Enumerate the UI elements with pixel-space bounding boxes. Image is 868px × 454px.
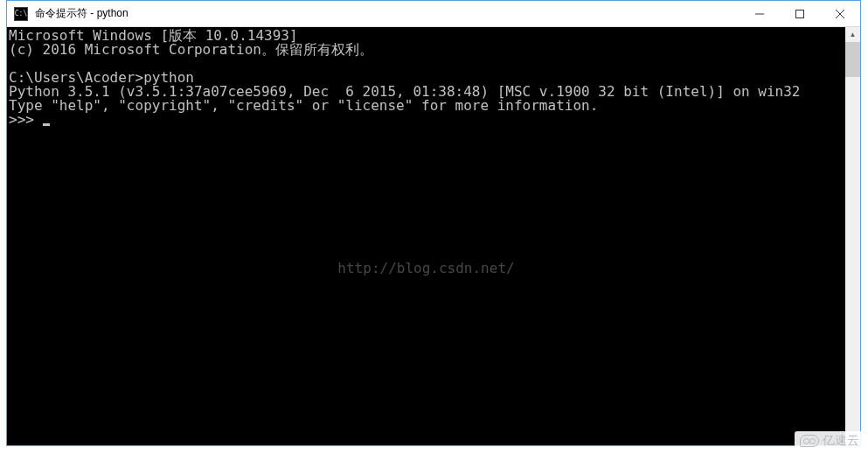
app-icon: C:\ (14, 7, 28, 21)
repl-prompt: >>> (9, 111, 43, 128)
scroll-thumb[interactable] (845, 42, 860, 77)
command-prompt-window: C:\ 命令提示符 - python Microsoft Windows [版本… (6, 0, 861, 446)
vertical-scrollbar[interactable]: ▲ ▼ (845, 27, 860, 445)
terminal-output[interactable]: Microsoft Windows [版本 10.0.14393] (c) 20… (7, 27, 845, 445)
watermark-text: 亿速云 (823, 433, 859, 449)
window-title: 命令提示符 - python (35, 6, 128, 21)
svg-rect-1 (796, 10, 804, 17)
cloud-icon (800, 435, 819, 447)
close-button[interactable] (820, 1, 860, 27)
watermark-center: http://blog.csdn.net/ (337, 262, 514, 276)
scroll-up-button[interactable]: ▲ (845, 27, 860, 42)
cursor (43, 123, 50, 126)
output-line: Type "help", "copyright", "credits" or "… (9, 97, 598, 114)
maximize-button[interactable] (780, 1, 820, 27)
minimize-button[interactable] (740, 1, 780, 27)
titlebar[interactable]: C:\ 命令提示符 - python (7, 1, 860, 27)
watermark-corner: 亿速云 (795, 431, 865, 451)
terminal-container: Microsoft Windows [版本 10.0.14393] (c) 20… (7, 27, 860, 445)
output-line: (c) 2016 Microsoft Corporation。保留所有权利。 (9, 41, 373, 58)
